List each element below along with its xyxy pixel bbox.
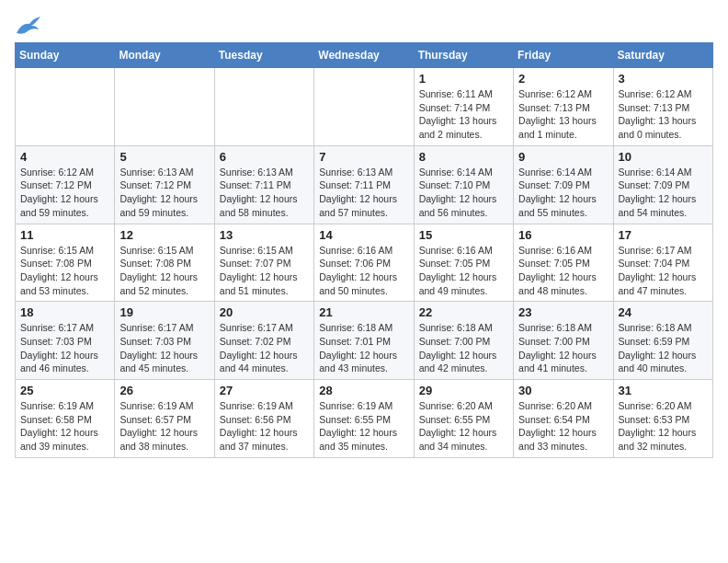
day-of-week-header: Saturday [613, 43, 712, 68]
day-detail: Sunrise: 6:19 AMSunset: 6:58 PMDaylight:… [20, 399, 109, 454]
day-number: 23 [518, 305, 608, 319]
calendar-cell [214, 68, 313, 146]
calendar-cell: 2Sunrise: 6:12 AMSunset: 7:13 PMDaylight… [514, 68, 613, 146]
day-number: 10 [619, 150, 708, 164]
day-number: 21 [319, 305, 408, 319]
day-number: 7 [319, 150, 408, 164]
day-number: 29 [419, 384, 508, 397]
day-number: 17 [619, 228, 708, 242]
day-detail: Sunrise: 6:20 AMSunset: 6:54 PMDaylight:… [518, 399, 608, 454]
day-of-week-header: Monday [115, 43, 214, 68]
day-detail: Sunrise: 6:17 AMSunset: 7:03 PMDaylight:… [20, 321, 109, 375]
day-detail: Sunrise: 6:12 AMSunset: 7:12 PMDaylight:… [20, 166, 109, 220]
calendar-cell: 3Sunrise: 6:12 AMSunset: 7:13 PMDaylight… [613, 68, 712, 146]
day-detail: Sunrise: 6:20 AMSunset: 6:53 PMDaylight:… [619, 399, 708, 454]
day-detail: Sunrise: 6:18 AMSunset: 6:59 PMDaylight:… [619, 321, 708, 375]
calendar-cell: 9Sunrise: 6:14 AMSunset: 7:09 PMDaylight… [514, 145, 613, 224]
day-detail: Sunrise: 6:18 AMSunset: 7:01 PMDaylight:… [319, 321, 408, 375]
day-number: 19 [119, 305, 209, 319]
calendar-table: SundayMondayTuesdayWednesdayThursdayFrid… [15, 42, 713, 458]
calendar-cell [115, 68, 214, 146]
calendar-header-row: SundayMondayTuesdayWednesdayThursdayFrid… [16, 43, 713, 68]
calendar-cell: 16Sunrise: 6:16 AMSunset: 7:05 PMDayligh… [514, 224, 613, 302]
calendar-cell: 27Sunrise: 6:19 AMSunset: 6:56 PMDayligh… [214, 380, 313, 458]
day-detail: Sunrise: 6:16 AMSunset: 7:06 PMDaylight:… [319, 244, 408, 298]
logo-bird-icon [15, 15, 42, 37]
calendar-cell: 28Sunrise: 6:19 AMSunset: 6:55 PMDayligh… [314, 380, 414, 458]
calendar-cell: 21Sunrise: 6:18 AMSunset: 7:01 PMDayligh… [314, 302, 414, 380]
calendar-cell: 23Sunrise: 6:18 AMSunset: 7:00 PMDayligh… [514, 302, 613, 380]
day-detail: Sunrise: 6:15 AMSunset: 7:07 PMDaylight:… [220, 244, 309, 298]
calendar-cell: 11Sunrise: 6:15 AMSunset: 7:08 PMDayligh… [16, 224, 115, 302]
day-detail: Sunrise: 6:17 AMSunset: 7:03 PMDaylight:… [119, 321, 209, 375]
day-number: 13 [220, 228, 309, 242]
day-detail: Sunrise: 6:17 AMSunset: 7:04 PMDaylight:… [619, 244, 708, 298]
calendar-cell [314, 68, 414, 146]
day-number: 27 [220, 384, 309, 397]
calendar-week-row: 25Sunrise: 6:19 AMSunset: 6:58 PMDayligh… [16, 380, 713, 458]
day-detail: Sunrise: 6:13 AMSunset: 7:11 PMDaylight:… [319, 166, 408, 220]
day-detail: Sunrise: 6:16 AMSunset: 7:05 PMDaylight:… [518, 244, 608, 298]
calendar-cell: 10Sunrise: 6:14 AMSunset: 7:09 PMDayligh… [613, 145, 712, 224]
day-detail: Sunrise: 6:13 AMSunset: 7:11 PMDaylight:… [220, 166, 309, 220]
day-of-week-header: Wednesday [314, 43, 414, 68]
day-detail: Sunrise: 6:18 AMSunset: 7:00 PMDaylight:… [419, 321, 508, 375]
calendar-cell: 14Sunrise: 6:16 AMSunset: 7:06 PMDayligh… [314, 224, 414, 302]
day-of-week-header: Tuesday [214, 43, 313, 68]
day-number: 30 [518, 384, 608, 397]
day-number: 12 [119, 228, 209, 242]
day-number: 15 [419, 228, 508, 242]
day-detail: Sunrise: 6:20 AMSunset: 6:55 PMDaylight:… [419, 399, 508, 454]
day-detail: Sunrise: 6:15 AMSunset: 7:08 PMDaylight:… [20, 244, 109, 298]
calendar-cell [16, 68, 115, 146]
day-number: 11 [20, 228, 109, 242]
day-number: 22 [419, 305, 508, 319]
day-number: 26 [119, 384, 209, 397]
day-detail: Sunrise: 6:17 AMSunset: 7:02 PMDaylight:… [220, 321, 309, 375]
calendar-cell: 22Sunrise: 6:18 AMSunset: 7:00 PMDayligh… [414, 302, 513, 380]
day-number: 24 [619, 305, 708, 319]
calendar-week-row: 11Sunrise: 6:15 AMSunset: 7:08 PMDayligh… [16, 224, 713, 302]
calendar-cell: 1Sunrise: 6:11 AMSunset: 7:14 PMDaylight… [414, 68, 513, 146]
calendar-cell: 18Sunrise: 6:17 AMSunset: 7:03 PMDayligh… [16, 302, 115, 380]
calendar-cell: 20Sunrise: 6:17 AMSunset: 7:02 PMDayligh… [214, 302, 313, 380]
day-detail: Sunrise: 6:14 AMSunset: 7:10 PMDaylight:… [419, 166, 508, 220]
day-detail: Sunrise: 6:12 AMSunset: 7:13 PMDaylight:… [619, 87, 708, 142]
calendar-cell: 29Sunrise: 6:20 AMSunset: 6:55 PMDayligh… [414, 380, 513, 458]
calendar-cell: 12Sunrise: 6:15 AMSunset: 7:08 PMDayligh… [115, 224, 214, 302]
day-number: 16 [518, 228, 608, 242]
day-detail: Sunrise: 6:19 AMSunset: 6:57 PMDaylight:… [119, 399, 209, 454]
calendar-cell: 8Sunrise: 6:14 AMSunset: 7:10 PMDaylight… [414, 145, 513, 224]
day-number: 2 [518, 72, 608, 86]
day-of-week-header: Thursday [414, 43, 513, 68]
day-detail: Sunrise: 6:19 AMSunset: 6:55 PMDaylight:… [319, 399, 408, 454]
day-of-week-header: Friday [514, 43, 613, 68]
day-of-week-header: Sunday [16, 43, 115, 68]
day-number: 9 [518, 150, 608, 164]
calendar-week-row: 4Sunrise: 6:12 AMSunset: 7:12 PMDaylight… [16, 145, 713, 224]
day-number: 6 [220, 150, 309, 164]
day-detail: Sunrise: 6:14 AMSunset: 7:09 PMDaylight:… [518, 166, 608, 220]
calendar-cell: 6Sunrise: 6:13 AMSunset: 7:11 PMDaylight… [214, 145, 313, 224]
day-detail: Sunrise: 6:14 AMSunset: 7:09 PMDaylight:… [619, 166, 708, 220]
calendar-cell: 26Sunrise: 6:19 AMSunset: 6:57 PMDayligh… [115, 380, 214, 458]
calendar-cell: 5Sunrise: 6:13 AMSunset: 7:12 PMDaylight… [115, 145, 214, 224]
day-detail: Sunrise: 6:19 AMSunset: 6:56 PMDaylight:… [220, 399, 309, 454]
day-detail: Sunrise: 6:13 AMSunset: 7:12 PMDaylight:… [119, 166, 209, 220]
page-header [15, 15, 713, 37]
day-number: 28 [319, 384, 408, 397]
calendar-cell: 7Sunrise: 6:13 AMSunset: 7:11 PMDaylight… [314, 145, 414, 224]
calendar-cell: 19Sunrise: 6:17 AMSunset: 7:03 PMDayligh… [115, 302, 214, 380]
calendar-cell: 30Sunrise: 6:20 AMSunset: 6:54 PMDayligh… [514, 380, 613, 458]
calendar-cell: 17Sunrise: 6:17 AMSunset: 7:04 PMDayligh… [613, 224, 712, 302]
day-number: 4 [20, 150, 109, 164]
day-number: 25 [20, 384, 109, 397]
calendar-cell: 31Sunrise: 6:20 AMSunset: 6:53 PMDayligh… [613, 380, 712, 458]
day-detail: Sunrise: 6:15 AMSunset: 7:08 PMDaylight:… [119, 244, 209, 298]
calendar-cell: 13Sunrise: 6:15 AMSunset: 7:07 PMDayligh… [214, 224, 313, 302]
day-detail: Sunrise: 6:11 AMSunset: 7:14 PMDaylight:… [419, 87, 508, 142]
day-detail: Sunrise: 6:16 AMSunset: 7:05 PMDaylight:… [419, 244, 508, 298]
calendar-cell: 24Sunrise: 6:18 AMSunset: 6:59 PMDayligh… [613, 302, 712, 380]
day-detail: Sunrise: 6:12 AMSunset: 7:13 PMDaylight:… [518, 87, 608, 142]
calendar-cell: 15Sunrise: 6:16 AMSunset: 7:05 PMDayligh… [414, 224, 513, 302]
